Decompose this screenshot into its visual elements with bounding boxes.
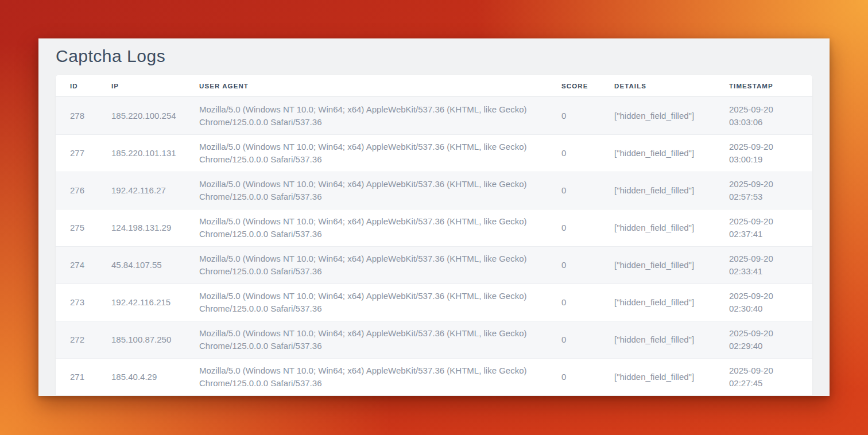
- cell-ip: 124.198.131.29: [111, 222, 199, 234]
- cell-timestamp: 2025-09-20 02:37:41: [729, 215, 798, 240]
- cell-id: 277: [70, 147, 111, 160]
- cell-timestamp: 2025-09-20 02:29:40: [729, 327, 798, 352]
- cell-ip: 192.42.116.215: [111, 296, 199, 309]
- cell-timestamp: 2025-09-20 02:57:53: [729, 178, 798, 203]
- cell-score: 0: [561, 222, 614, 234]
- cell-ip: 185.220.100.254: [111, 110, 199, 122]
- cell-user-agent: Mozilla/5.0 (Windows NT 10.0; Win64; x64…: [199, 103, 561, 129]
- cell-details: ["hidden_field_filled"]: [614, 147, 729, 160]
- cell-details: ["hidden_field_filled"]: [614, 371, 729, 383]
- column-header-ip: IP: [111, 83, 199, 90]
- cell-details: ["hidden_field_filled"]: [614, 184, 729, 197]
- cell-score: 0: [561, 259, 614, 271]
- cell-score: 0: [561, 371, 614, 383]
- cell-score: 0: [561, 333, 614, 346]
- cell-details: ["hidden_field_filled"]: [614, 259, 729, 271]
- cell-details: ["hidden_field_filled"]: [614, 110, 729, 122]
- cell-timestamp: 2025-09-20 02:33:41: [729, 253, 798, 278]
- cell-details: ["hidden_field_filled"]: [614, 222, 729, 234]
- cell-id: 272: [70, 333, 111, 346]
- table-header-row: IDIPUSER AGENTSCOREDETAILSTIMESTAMP: [56, 75, 812, 97]
- cell-score: 0: [561, 110, 614, 122]
- cell-ip: 185.220.101.131: [111, 147, 199, 160]
- cell-id: 276: [70, 184, 111, 197]
- cell-user-agent: Mozilla/5.0 (Windows NT 10.0; Win64; x64…: [199, 215, 561, 240]
- cell-details: ["hidden_field_filled"]: [614, 296, 729, 309]
- column-header-details: DETAILS: [614, 83, 729, 90]
- cell-user-agent: Mozilla/5.0 (Windows NT 10.0; Win64; x64…: [199, 253, 561, 278]
- column-header-timestamp: TIMESTAMP: [729, 83, 798, 90]
- cell-score: 0: [561, 296, 614, 309]
- cell-user-agent: Mozilla/5.0 (Windows NT 10.0; Win64; x64…: [199, 178, 561, 203]
- cell-ip: 45.84.107.55: [111, 259, 199, 271]
- cell-timestamp: 2025-09-20 02:30:40: [729, 290, 798, 315]
- table-row: 275 124.198.131.29 Mozilla/5.0 (Windows …: [56, 209, 812, 246]
- captcha-logs-card: Captcha Logs IDIPUSER AGENTSCOREDETAILST…: [38, 38, 830, 396]
- cell-timestamp: 2025-09-20 03:00:19: [729, 141, 798, 166]
- captcha-logs-table: IDIPUSER AGENTSCOREDETAILSTIMESTAMP 278 …: [56, 75, 812, 395]
- cell-ip: 185.40.4.29: [111, 371, 199, 383]
- cell-ip: 192.42.116.27: [111, 184, 199, 197]
- table-row: 278 185.220.100.254 Mozilla/5.0 (Windows…: [56, 97, 812, 134]
- cell-user-agent: Mozilla/5.0 (Windows NT 10.0; Win64; x64…: [199, 364, 561, 390]
- table-body: 278 185.220.100.254 Mozilla/5.0 (Windows…: [56, 97, 812, 395]
- cell-score: 0: [561, 147, 614, 160]
- cell-user-agent: Mozilla/5.0 (Windows NT 10.0; Win64; x64…: [199, 327, 561, 352]
- cell-id: 274: [70, 259, 111, 271]
- cell-details: ["hidden_field_filled"]: [614, 333, 729, 346]
- cell-id: 278: [70, 110, 111, 122]
- table-row: 273 192.42.116.215 Mozilla/5.0 (Windows …: [56, 283, 812, 321]
- table-row: 277 185.220.101.131 Mozilla/5.0 (Windows…: [56, 134, 812, 172]
- cell-user-agent: Mozilla/5.0 (Windows NT 10.0; Win64; x64…: [199, 141, 561, 166]
- table-row: 271 185.40.4.29 Mozilla/5.0 (Windows NT …: [56, 358, 812, 395]
- cell-user-agent: Mozilla/5.0 (Windows NT 10.0; Win64; x64…: [199, 290, 561, 315]
- cell-id: 273: [70, 296, 111, 309]
- cell-ip: 185.100.87.250: [111, 333, 199, 346]
- table-row: 276 192.42.116.27 Mozilla/5.0 (Windows N…: [56, 172, 812, 209]
- column-header-user_agent: USER AGENT: [199, 83, 561, 90]
- page-title: Captcha Logs: [56, 48, 812, 65]
- cell-timestamp: 2025-09-20 03:03:06: [729, 103, 798, 129]
- table-row: 274 45.84.107.55 Mozilla/5.0 (Windows NT…: [56, 246, 812, 283]
- column-header-id: ID: [70, 83, 111, 90]
- cell-score: 0: [561, 184, 614, 197]
- cell-id: 275: [70, 222, 111, 234]
- table-row: 272 185.100.87.250 Mozilla/5.0 (Windows …: [56, 321, 812, 358]
- cell-timestamp: 2025-09-20 02:27:45: [729, 364, 798, 390]
- cell-id: 271: [70, 371, 111, 383]
- column-header-score: SCORE: [561, 83, 614, 90]
